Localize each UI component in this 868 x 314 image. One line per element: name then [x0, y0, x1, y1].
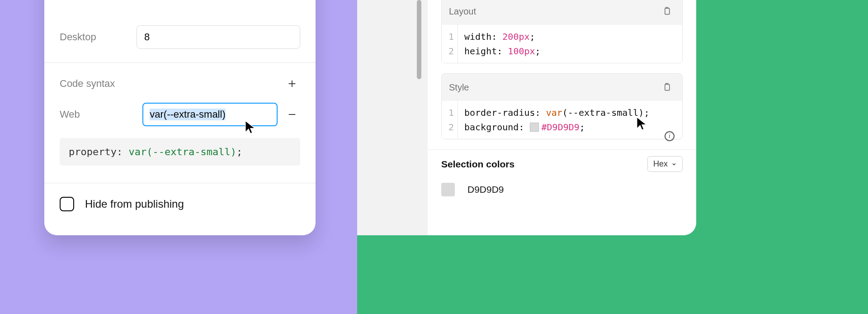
copy-layout-button[interactable] — [659, 3, 675, 19]
color-hex-value: D9D9D9 — [467, 184, 504, 195]
scrollbar-thumb[interactable] — [417, 0, 421, 79]
hide-checkbox[interactable] — [60, 197, 74, 211]
style-code-panel: Style 1 2 border-radius: var(--extra-sma… — [441, 73, 683, 139]
hex-label: Hex — [653, 159, 668, 169]
web-label: Web — [60, 109, 136, 120]
gutter: 1 2 — [442, 101, 458, 139]
copy-style-button[interactable] — [659, 79, 675, 95]
desktop-input[interactable] — [137, 25, 300, 49]
info-icon[interactable]: i — [665, 131, 675, 141]
color-format-dropdown[interactable]: Hex — [647, 156, 683, 172]
inspector-panel: Layout 1 2 width: 200px; height: 100px; … — [428, 0, 696, 235]
hide-label: Hide from publishing — [85, 198, 184, 210]
web-syntax-value: var(--extra-small) — [150, 109, 225, 120]
preview-prop: property: — [69, 146, 128, 157]
preview-var-inner: (--extra-small) — [146, 146, 236, 157]
color-swatch — [530, 123, 539, 132]
remove-syntax-button[interactable] — [284, 106, 300, 123]
gutter: 1 2 — [442, 25, 458, 63]
variable-settings-card: Mobile Desktop Code syntax Web var(--ext… — [44, 0, 316, 235]
code-syntax-title: Code syntax — [60, 78, 115, 90]
layout-code-body[interactable]: 1 2 width: 200px; height: 100px; — [442, 25, 682, 63]
selection-color-row[interactable]: D9D9D9 — [428, 180, 696, 210]
layout-title: Layout — [449, 6, 476, 17]
layout-header: Layout — [442, 0, 682, 25]
color-swatch — [441, 183, 455, 196]
add-syntax-button[interactable] — [284, 76, 300, 92]
web-syntax-input[interactable]: var(--extra-small) — [142, 103, 278, 126]
plus-icon — [287, 79, 297, 89]
layout-lines: width: 200px; height: 100px; — [458, 25, 682, 63]
minus-icon — [287, 109, 297, 119]
code-syntax-header: Code syntax — [44, 63, 316, 103]
desktop-row: Desktop — [44, 25, 316, 49]
desktop-label: Desktop — [60, 31, 137, 43]
style-title: Style — [449, 82, 469, 93]
layout-code-panel: Layout 1 2 width: 200px; height: 100px; — [441, 0, 683, 63]
style-lines: border-radius: var(--extra-small); backg… — [458, 101, 682, 139]
selection-colors-title: Selection colors — [441, 159, 514, 170]
style-code-body[interactable]: 1 2 border-radius: var(--extra-small); b… — [442, 101, 682, 139]
preview-suffix: ; — [236, 146, 242, 157]
clipboard-icon — [662, 82, 671, 92]
svg-rect-4 — [665, 84, 670, 90]
clipboard-icon — [662, 6, 671, 16]
chevron-down-icon — [671, 162, 677, 167]
style-header: Style — [442, 74, 682, 101]
hide-from-publishing-row: Hide from publishing — [44, 183, 316, 225]
preview-var-kw: var — [128, 146, 146, 157]
web-syntax-row: Web var(--extra-small) — [44, 103, 316, 126]
syntax-preview: property: var(--extra-small); — [60, 138, 300, 166]
svg-rect-3 — [665, 8, 670, 14]
selection-colors-header: Selection colors Hex — [428, 149, 696, 180]
